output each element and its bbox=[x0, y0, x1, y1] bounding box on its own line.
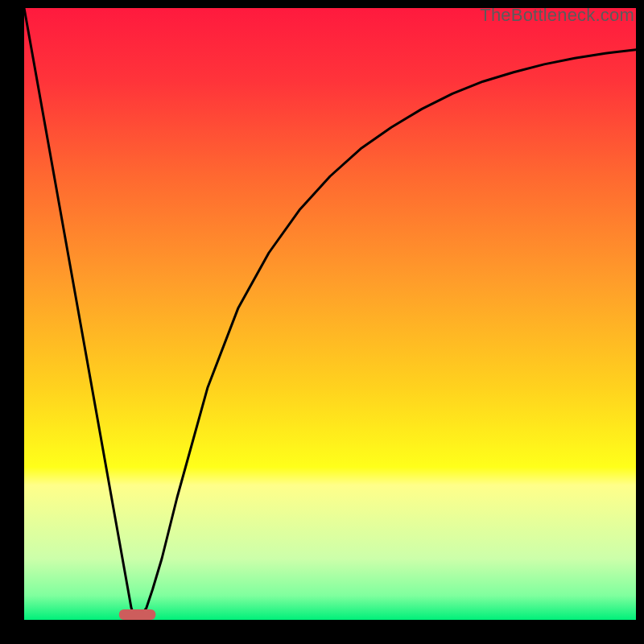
background-gradient bbox=[24, 8, 636, 620]
watermark-text: TheBottleneck.com bbox=[480, 5, 634, 26]
plot-area bbox=[24, 8, 636, 620]
chart-frame: TheBottleneck.com bbox=[0, 0, 644, 644]
svg-rect-0 bbox=[24, 8, 636, 620]
